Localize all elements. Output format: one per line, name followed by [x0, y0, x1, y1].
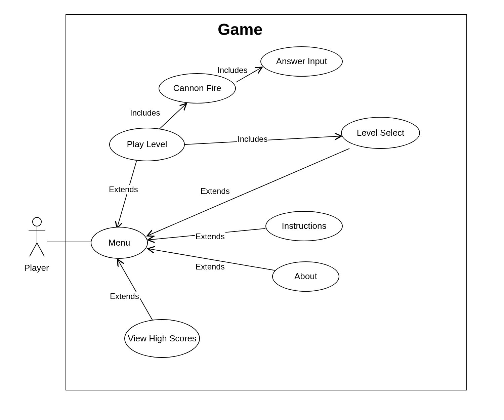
edge-label: Extends: [109, 292, 140, 301]
actor-player: [27, 217, 47, 257]
person-icon: [27, 217, 47, 257]
svg-line-3: [30, 243, 37, 256]
usecase-label: About: [294, 271, 317, 282]
edge-label: Extends: [200, 186, 230, 196]
diagram-canvas: Game Player Menu Play Level Cannon Fire …: [0, 0, 504, 420]
usecase-level-select: Level Select: [341, 117, 420, 149]
svg-point-0: [33, 217, 41, 226]
usecase-label: Instructions: [282, 221, 327, 231]
usecase-label: Answer Input: [276, 56, 327, 67]
actor-player-label: Player: [24, 263, 49, 273]
usecase-menu: Menu: [91, 227, 148, 259]
usecase-label: Menu: [108, 238, 130, 248]
system-title: Game: [218, 20, 262, 39]
usecase-instructions: Instructions: [265, 211, 343, 241]
usecase-label: Level Select: [357, 128, 405, 138]
usecase-label: Play Level: [127, 139, 167, 150]
edge-label: Includes: [217, 66, 248, 75]
usecase-cannon-fire: Cannon Fire: [159, 73, 236, 103]
edge-label: Extends: [108, 185, 139, 194]
usecase-about: About: [272, 261, 339, 292]
usecase-answer-input: Answer Input: [260, 46, 343, 77]
usecase-label: Cannon Fire: [173, 83, 221, 93]
usecase-play-level: Play Level: [109, 128, 185, 161]
usecase-label: View High Scores: [128, 333, 197, 344]
edge-label: Extends: [195, 262, 225, 271]
edge-label: Includes: [129, 108, 161, 118]
svg-line-4: [37, 243, 44, 256]
edge-label: Includes: [237, 134, 268, 144]
usecase-view-high-scores: View High Scores: [124, 319, 200, 358]
edge-label: Extends: [195, 232, 225, 241]
